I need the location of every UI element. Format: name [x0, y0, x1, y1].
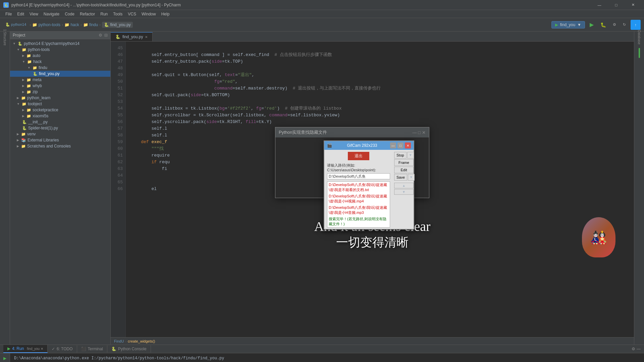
tree-scratches[interactable]: ▶ 📁 Scratches and Consoles	[10, 143, 110, 149]
tree-item-label: Scratches and Consoles	[27, 144, 71, 148]
tree-auto[interactable]: ▶ 📁 auto	[10, 53, 110, 59]
project-layout-icon[interactable]: ⊟	[104, 33, 108, 38]
menu-help[interactable]: Help	[159, 11, 172, 17]
tree-python14[interactable]: ▼ 🐍 python14 E:\pycharm\python14	[10, 41, 110, 47]
tree-venv[interactable]: ▶ 📁 venv	[10, 131, 110, 137]
result-item-3: D:\DevelopSoft\八爪鱼\我\玩\捉迷藏\道\我是小H音频.mp3	[327, 204, 390, 216]
gifcam-icon: 🎬	[327, 143, 332, 148]
tree-xiaomi5s[interactable]: ▶ 📁 xiaomi5s	[10, 113, 110, 119]
run-output: D:\Anaconda\anaconda\python.exe I:/pycha…	[10, 353, 644, 362]
tree-python-learn[interactable]: ▶ 📁 python_learn	[10, 95, 110, 101]
tree-zip[interactable]: ▶ 📁 zip	[10, 89, 110, 95]
editor-area: 🐍 find_you.py ✕ 4546474849 5051525354 55…	[111, 32, 634, 345]
tree-socketpractice[interactable]: ▶ 📁 socketpractice	[10, 107, 110, 113]
menu-view[interactable]: View	[27, 11, 41, 17]
run-tab[interactable]: ▶ 4: Run find_you ✕	[3, 345, 48, 353]
python-dialog-min[interactable]: —	[412, 130, 417, 135]
gifcam-input-row	[324, 173, 393, 181]
gifcam-edit-btn[interactable]: Edit	[394, 167, 414, 173]
menu-refactor[interactable]: Refactor	[77, 11, 98, 17]
tree-python-tools[interactable]: ▼ 📁 python-tools	[10, 47, 110, 53]
python-console-label: Python Console	[118, 347, 147, 351]
editor-tab-find-you[interactable]: 🐍 find_you.py ✕	[111, 32, 153, 41]
terminal-tab[interactable]: ⬛ Terminal	[77, 345, 107, 353]
toolbar-python-tools[interactable]: 📁 python-tools	[32, 22, 60, 27]
toolbar-findu[interactable]: 📁 findu	[83, 22, 98, 27]
tree-whyb[interactable]: ▶ 📁 whyb	[10, 83, 110, 89]
bottom-controls: ⚙ —	[632, 347, 641, 351]
tree-expand-icon: ▶	[22, 84, 24, 87]
gifcam-save-btn[interactable]: Save	[394, 174, 407, 181]
tree-hack[interactable]: ▼ 📁 hack	[10, 59, 110, 65]
scroll-indicator	[639, 48, 640, 58]
todo-tab[interactable]: ✓ 6: TODO	[48, 345, 77, 353]
menu-vcs[interactable]: VCS	[125, 11, 139, 17]
gifcam-dialog[interactable]: 🎬 GifCam 292x233 — □ ✕ 退出 请输入路径(例如: C:\U…	[324, 140, 414, 230]
tree-findu[interactable]: ▼ 📁 findu	[10, 65, 110, 71]
sidebar-structure-icon[interactable]: 1:Structure	[1, 33, 9, 41]
gifcam-scroll-up[interactable]: ▲	[394, 183, 414, 188]
tree-item-label: auto	[33, 53, 40, 58]
bc-create-widgets: create_widgets()	[128, 339, 155, 343]
tree-spider-test[interactable]: 🐍 Spider-test(1).py	[10, 125, 110, 131]
tree-item-label: hack	[33, 59, 42, 64]
bottom-settings-icon[interactable]: ⚙	[632, 347, 635, 351]
run-config-label: find_you	[560, 22, 575, 27]
menu-navigate[interactable]: Navigate	[41, 11, 62, 17]
folder-icon: 📁	[21, 144, 26, 148]
tree-external-libraries[interactable]: ▶ 📚 External Libraries	[10, 137, 110, 143]
tree-item-label: findu	[39, 65, 47, 70]
menu-file[interactable]: File	[3, 11, 14, 17]
menu-tools[interactable]: Tools	[110, 11, 125, 17]
python-console-tab[interactable]: 🐍 Python Console	[107, 345, 151, 353]
menu-code[interactable]: Code	[62, 11, 77, 17]
tree-find-you-py[interactable]: 🐍 find_you.py	[10, 71, 110, 77]
gifcam-save-row: Save ▼	[394, 174, 414, 181]
folder-icon: 📁	[26, 90, 31, 94]
gifcam-stop-btn[interactable]: Stop	[394, 152, 407, 159]
gifcam-close[interactable]: ✕	[405, 142, 411, 148]
tree-meta[interactable]: ▶ 📁 meta	[10, 77, 110, 83]
python-dialog-close[interactable]: ✕	[422, 130, 426, 135]
toolbar: 🐍 python14 › 📁 python-tools › 📁 hack › 📁…	[0, 18, 644, 32]
debug-button[interactable]: 🐛	[598, 21, 608, 28]
upload-button[interactable]: ↑	[631, 20, 641, 30]
menu-window[interactable]: Window	[139, 11, 159, 17]
toolbar-hack[interactable]: 📁 hack	[64, 22, 79, 27]
run-restart-icon[interactable]: ▶	[2, 355, 8, 362]
settings-button[interactable]: ⚙	[611, 21, 618, 28]
tree-expand-icon: ▼	[28, 66, 31, 69]
run-button[interactable]: ▶	[588, 20, 596, 29]
gifcam-min[interactable]: —	[390, 142, 396, 148]
tree-init-py[interactable]: 🐍 __init__.py	[10, 119, 110, 125]
menu-run[interactable]: Run	[98, 11, 110, 17]
minimize-button[interactable]: —	[592, 0, 607, 10]
maximize-button[interactable]: □	[608, 0, 624, 10]
toolbar-python14[interactable]: 🐍 python14	[3, 21, 28, 28]
run-tab-name[interactable]: find_you ✕	[27, 347, 43, 351]
database-icon[interactable]: Database	[635, 33, 643, 41]
gifcam-frame-btn[interactable]: Frame	[394, 159, 414, 166]
tree-toobject[interactable]: ▼ 📁 toobject	[10, 101, 110, 107]
refresh-button[interactable]: ↻	[621, 21, 628, 28]
bottom-tabs: ▶ 4: Run find_you ✕ ✓ 6: TODO ⬛ Terminal…	[0, 345, 644, 353]
gifcam-exit-btn[interactable]: 退出	[348, 152, 369, 160]
gifcam-max[interactable]: □	[397, 142, 404, 148]
tree-expand-icon: ▶	[17, 144, 19, 148]
gifcam-scroll-down[interactable]: ▼	[394, 189, 414, 195]
gifcam-save-dropdown[interactable]: ▼	[408, 174, 415, 181]
folder-icon: 📁	[26, 54, 31, 58]
gifcam-stop-dropdown[interactable]: ▼	[407, 152, 414, 159]
toolbar-find-you[interactable]: 🐍 find_you.py	[102, 22, 133, 28]
menu-edit[interactable]: Edit	[14, 11, 27, 17]
tree-expand-icon: ▶	[17, 96, 19, 100]
run-config-selector[interactable]: ▶ find_you ▼	[551, 21, 585, 28]
gifcam-path-input[interactable]	[327, 173, 390, 179]
run-tab-label: 4: Run	[12, 346, 24, 351]
python-dialog-max[interactable]: □	[418, 130, 421, 135]
close-button[interactable]: ✕	[625, 0, 641, 10]
bottom-minimize-icon[interactable]: —	[637, 347, 641, 351]
project-settings-icon[interactable]: ⚙	[99, 33, 102, 38]
terminal-label: Terminal	[88, 347, 103, 351]
tab-close-icon[interactable]: ✕	[145, 35, 148, 39]
